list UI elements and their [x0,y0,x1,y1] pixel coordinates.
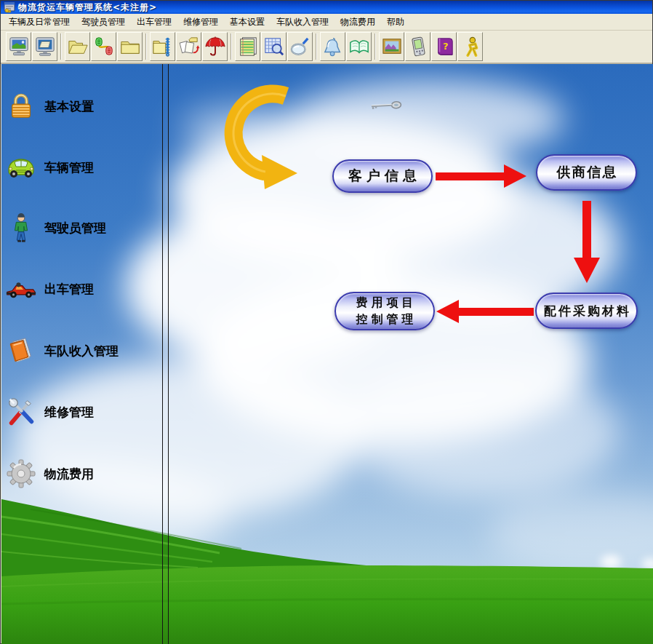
toolbar-button-protect[interactable] [202,32,228,61]
toolbar-button-open-book[interactable] [346,32,372,61]
race-car-icon [6,274,36,304]
sidebar-item-label: 物流费用 [44,466,94,482]
sidebar-item-basic-settings[interactable]: 基本设置 [6,90,160,122]
menu-repair[interactable]: 维修管理 [177,14,224,31]
node-label-line2: 控制管理 [356,311,417,327]
arrow-down-icon [573,201,601,284]
desktop-monitor-icon [8,36,30,57]
arrow-left-icon [436,298,534,325]
help-book-icon: ? [433,36,455,57]
sidebar-item-label: 出车管理 [44,281,94,298]
sidebar-item-logistics-expense[interactable]: 物流费用 [6,458,160,490]
toolbar-button-folder[interactable] [117,32,143,61]
toolbar-separator [58,32,65,61]
magnifier-icon [289,36,311,57]
sidebar-item-fleet-income[interactable]: 车队收入管理 [6,335,160,367]
lock-icon [6,91,36,122]
restore-docs-icon [178,36,200,57]
key-icon [369,100,402,116]
menubar: 车辆及日常管理 驾驶员管理 出车管理 维修管理 基本设置 车队收入管理 物流费用… [1,14,652,31]
node-customer-info[interactable]: 客户信息 [332,159,433,193]
table-search-icon [263,36,285,57]
toolbar-button-table-search[interactable] [261,32,287,61]
sidebar-item-label: 车辆管理 [44,159,94,176]
node-label: 配件采购材料 [544,303,631,319]
sidebar-item-dispatch-management[interactable]: 出车管理 [6,273,160,305]
notebook-records-icon [237,36,259,57]
driver-icon [6,212,36,243]
data-link-icon [93,36,115,57]
app-window: 物流货运车辆管理系统<未注册> 车辆及日常管理 驾驶员管理 出车管理 维修管理 … [0,0,653,644]
exit-running-man-icon [460,36,481,57]
sidebar-item-label: 维修管理 [44,404,94,421]
sidebar-item-vehicle-management[interactable]: 车辆管理 [6,151,160,183]
toolbar-separator [143,32,150,61]
node-label: 供商信息 [557,163,618,182]
app-icon [4,1,15,13]
sidebar-divider-line-2 [168,64,169,644]
swirl-arrow-icon [204,82,300,192]
node-label-line1: 费用项目 [356,295,417,311]
toolbar-button-desktop[interactable] [6,32,31,61]
toolbar-button-restore[interactable] [176,32,201,61]
toolbar-button-print-preview[interactable] [32,32,57,61]
sidebar-item-label: 基本设置 [44,98,94,115]
titlebar: 物流货运车辆管理系统<未注册> [1,1,652,14]
open-folder-icon [67,36,89,57]
sidebar-item-label: 驾驶员管理 [44,220,106,236]
toolbar-separator [228,32,235,61]
menu-driver[interactable]: 驾驶员管理 [76,14,131,31]
toolbar-button-records[interactable] [235,32,260,61]
window-title: 物流货运车辆管理系统<未注册> [18,1,157,14]
umbrella-protect-icon [204,36,226,57]
income-book-icon [6,335,36,366]
menu-dispatch[interactable]: 出车管理 [131,14,177,31]
pda-icon [407,36,429,57]
car-icon [6,152,36,183]
print-preview-icon [34,36,56,57]
svg-text:?: ? [443,41,449,52]
sidebar-item-repair-management[interactable]: 维修管理 [6,396,160,428]
client-area: 基本设置 [1,64,653,644]
sidebar-item-label: 车队收入管理 [44,343,119,359]
toolbar-button-pda[interactable] [405,32,430,61]
toolbar-button-picture[interactable] [379,32,404,61]
toolbar-button-remind[interactable] [320,32,345,61]
menu-vehicle-daily[interactable]: 车辆及日常管理 [3,14,76,31]
node-parts-procurement[interactable]: 配件采购材料 [535,293,638,329]
menu-basic-settings[interactable]: 基本设置 [224,14,271,31]
gear-icon [6,458,36,489]
node-expense-control[interactable]: 费用项目 控制管理 [334,292,435,330]
toolbar-separator [372,32,379,61]
node-label: 客户信息 [348,167,421,186]
toolbar-button-help[interactable]: ? [431,32,457,61]
menu-help[interactable]: 帮助 [381,14,410,31]
sidebar-divider-line-1 [162,64,163,644]
toolbar-button-search[interactable] [287,32,313,61]
node-supplier-info[interactable]: 供商信息 [536,154,637,191]
toolbar-button-compress-backup[interactable] [150,32,175,61]
compress-backup-icon [152,36,174,57]
toolbar-button-data-link[interactable] [91,32,116,61]
picture-icon [381,36,403,57]
repair-tools-icon [6,397,36,427]
toolbar-separator [313,32,320,61]
arrow-right-icon [436,163,527,189]
menu-logistics-fee[interactable]: 物流费用 [334,14,381,31]
sidebar-item-driver-management[interactable]: 驾驶员管理 [6,212,160,244]
toolbar-button-exit[interactable] [457,32,483,61]
bell-remind-icon [322,36,344,57]
folder-icon [119,36,141,57]
toolbar: ? [1,31,652,64]
open-book-icon [348,36,370,57]
toolbar-button-open[interactable] [65,32,90,61]
menu-fleet-income[interactable]: 车队收入管理 [271,14,334,31]
